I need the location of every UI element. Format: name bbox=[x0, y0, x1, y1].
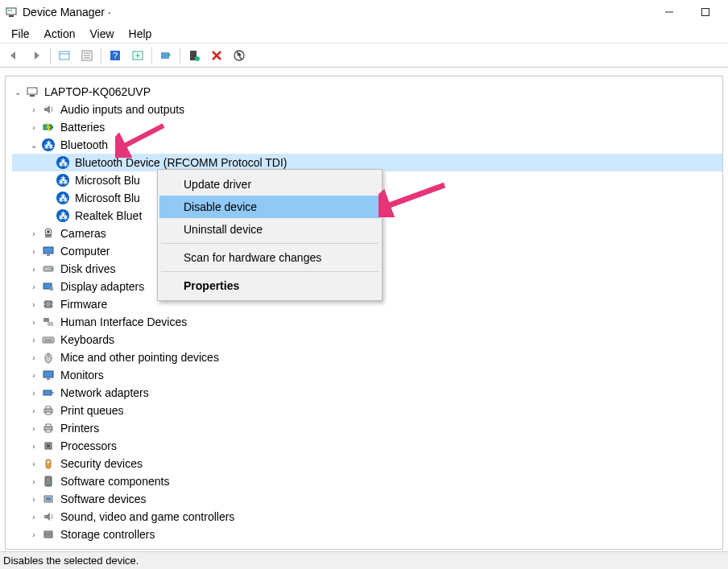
toolbar-disable-button[interactable] bbox=[229, 46, 250, 65]
minimize-button[interactable] bbox=[651, 0, 687, 24]
bluetooth-icon: ⁂ bbox=[56, 208, 70, 223]
titlebar: Device Manager · bbox=[0, 0, 728, 24]
svg-line-64 bbox=[122, 126, 163, 147]
tree-label: Storage controllers bbox=[60, 528, 155, 541]
ctx-disable-device[interactable]: Disable device bbox=[159, 196, 380, 218]
toolbar-separator bbox=[180, 47, 180, 64]
tree-row-security[interactable]: › Security devices bbox=[12, 455, 722, 472]
printer-icon bbox=[41, 421, 56, 435]
chevron-right-icon[interactable]: › bbox=[28, 299, 39, 310]
tree-label: Audio inputs and outputs bbox=[60, 103, 184, 116]
tree-row-hid[interactable]: › Human Interface Devices bbox=[12, 313, 722, 331]
svg-rect-52 bbox=[46, 424, 51, 427]
storage-icon bbox=[41, 527, 56, 542]
ctx-separator bbox=[161, 243, 378, 244]
tree-row-processors[interactable]: › Processors bbox=[12, 437, 722, 455]
svg-rect-37 bbox=[43, 318, 49, 322]
svg-rect-32 bbox=[45, 301, 52, 307]
menubar: File Action View Help bbox=[0, 24, 728, 43]
chip-icon bbox=[41, 297, 56, 311]
ctx-uninstall-device[interactable]: Uninstall device bbox=[159, 218, 380, 241]
svg-rect-15 bbox=[161, 52, 169, 59]
svg-rect-6 bbox=[60, 52, 69, 60]
chevron-right-icon[interactable]: › bbox=[28, 104, 39, 115]
chevron-right-icon[interactable]: › bbox=[28, 228, 39, 239]
svg-point-25 bbox=[47, 230, 50, 233]
toolbar-enable-button[interactable] bbox=[184, 46, 205, 65]
menu-file[interactable]: File bbox=[5, 26, 36, 42]
tree-label: Mice and other pointing devices bbox=[60, 351, 219, 364]
chevron-right-icon[interactable]: › bbox=[28, 458, 39, 469]
chevron-right-icon[interactable]: › bbox=[28, 369, 39, 381]
tree-row-mice[interactable]: › Mice and other pointing devices bbox=[12, 348, 722, 366]
computer-icon bbox=[25, 85, 39, 99]
svg-line-65 bbox=[385, 185, 445, 207]
svg-rect-5 bbox=[701, 9, 709, 16]
tree-row-storage[interactable]: › Storage controllers bbox=[12, 526, 722, 543]
device-tree[interactable]: ⌄ LAPTOP-KQ062UVP › Audio inputs and out… bbox=[5, 76, 723, 550]
chevron-right-icon[interactable]: › bbox=[28, 334, 39, 345]
chevron-right-icon[interactable]: › bbox=[28, 493, 39, 505]
ctx-scan-hardware[interactable]: Scan for hardware changes bbox=[159, 246, 380, 269]
chevron-right-icon[interactable]: › bbox=[28, 529, 39, 540]
maximize-button[interactable] bbox=[687, 0, 723, 24]
chevron-right-icon[interactable]: › bbox=[28, 316, 39, 328]
svg-rect-49 bbox=[46, 406, 51, 409]
context-menu: Update driver Disable device Uninstall d… bbox=[157, 169, 383, 301]
toolbar-help-button[interactable]: ? bbox=[105, 46, 126, 65]
chevron-down-icon[interactable]: ⌄ bbox=[12, 86, 23, 97]
toolbar-scan-button[interactable] bbox=[127, 46, 148, 65]
tree-label: Print queues bbox=[60, 404, 124, 417]
tree-row-printers[interactable]: › Printers bbox=[12, 419, 722, 437]
cpu-icon bbox=[41, 439, 56, 453]
chevron-right-icon[interactable]: › bbox=[28, 423, 39, 434]
chevron-down-icon[interactable]: ⌄ bbox=[28, 139, 39, 150]
chevron-right-icon[interactable]: › bbox=[28, 387, 39, 398]
toolbar-show-hidden-button[interactable] bbox=[54, 46, 75, 65]
toolbar-forward-button[interactable] bbox=[26, 46, 47, 65]
toolbar-uninstall-button[interactable] bbox=[206, 46, 227, 65]
tree-label: Keyboards bbox=[60, 333, 114, 346]
toolbar-separator bbox=[151, 47, 152, 64]
tree-row-printqueues[interactable]: › Print queues bbox=[12, 402, 722, 419]
tree-label: Software devices bbox=[60, 493, 147, 505]
tree-row-keyboards[interactable]: › Keyboards bbox=[12, 331, 722, 348]
svg-rect-27 bbox=[47, 254, 50, 256]
speaker-icon bbox=[41, 102, 56, 117]
tree-label: Bluetooth bbox=[60, 138, 108, 151]
chevron-right-icon[interactable]: › bbox=[28, 245, 39, 257]
menu-help[interactable]: Help bbox=[122, 26, 159, 42]
ctx-properties[interactable]: Properties bbox=[159, 274, 380, 297]
chevron-right-icon[interactable]: › bbox=[28, 281, 39, 292]
toolbar-back-button[interactable] bbox=[3, 46, 24, 65]
chevron-right-icon[interactable]: › bbox=[28, 476, 39, 487]
toolbar-update-driver-button[interactable] bbox=[155, 46, 176, 65]
svg-rect-26 bbox=[43, 247, 53, 254]
menu-action[interactable]: Action bbox=[38, 26, 82, 42]
tree-label: Bluetooth Device (RFCOMM Protocol TDI) bbox=[75, 156, 287, 169]
chevron-right-icon[interactable]: › bbox=[28, 405, 39, 416]
annotation-arrow-icon bbox=[378, 181, 451, 217]
ctx-update-driver[interactable]: Update driver bbox=[159, 173, 380, 196]
menu-view[interactable]: View bbox=[83, 26, 120, 42]
tree-label: Firmware bbox=[60, 298, 107, 311]
software-component-icon bbox=[41, 474, 56, 489]
chevron-right-icon[interactable]: › bbox=[28, 352, 39, 363]
keyboard-icon bbox=[41, 332, 56, 347]
svg-rect-31 bbox=[50, 287, 53, 291]
tree-row-network[interactable]: › Network adapters bbox=[12, 384, 722, 402]
chevron-right-icon[interactable]: › bbox=[28, 122, 39, 133]
tree-label: Sound, video and game controllers bbox=[60, 510, 234, 523]
tree-row-monitors[interactable]: › Monitors bbox=[12, 366, 722, 384]
tree-row-sound[interactable]: › Sound, video and game controllers bbox=[12, 508, 722, 526]
chevron-right-icon[interactable]: › bbox=[28, 440, 39, 451]
tree-row-root[interactable]: ⌄ LAPTOP-KQ062UVP bbox=[12, 83, 722, 101]
tree-row-softdev[interactable]: › Software devices bbox=[12, 490, 722, 508]
chevron-right-icon[interactable]: › bbox=[28, 511, 39, 522]
tree-row-softcomp[interactable]: › Software components bbox=[12, 472, 722, 490]
toolbar-properties-button[interactable] bbox=[77, 46, 97, 65]
tree-row-audio[interactable]: › Audio inputs and outputs bbox=[12, 101, 722, 118]
svg-point-17 bbox=[195, 56, 200, 61]
chevron-right-icon[interactable]: › bbox=[28, 263, 39, 274]
tree-label: Printers bbox=[60, 422, 99, 435]
